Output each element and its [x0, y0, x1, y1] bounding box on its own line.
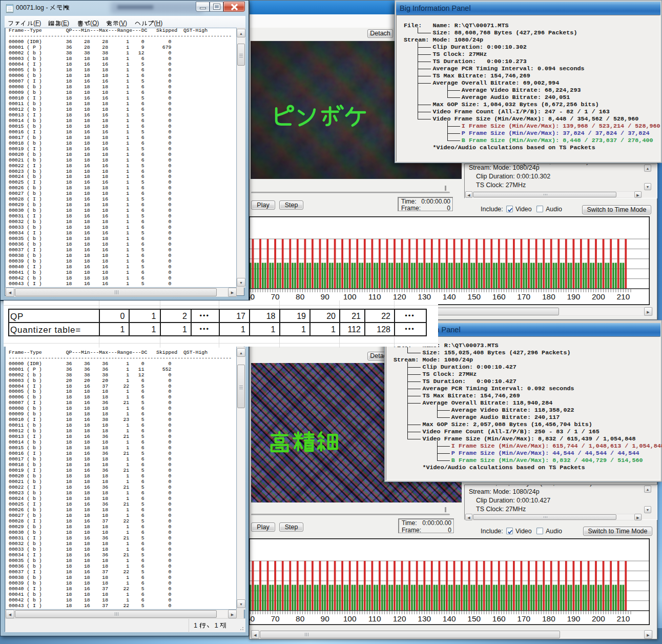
svg-text:190: 190: [567, 292, 580, 301]
svg-text:170: 170: [517, 292, 530, 301]
svg-text:70: 70: [271, 292, 280, 301]
svg-text:180: 180: [542, 614, 555, 623]
svg-text:90: 90: [321, 292, 330, 301]
svg-text:80: 80: [296, 614, 305, 623]
svg-text:60: 60: [249, 292, 255, 301]
svg-text:170: 170: [517, 614, 530, 623]
svg-text:160: 160: [492, 292, 506, 301]
svg-text:110: 110: [368, 614, 381, 623]
svg-text:130: 130: [418, 614, 431, 623]
svg-text:140: 140: [443, 292, 456, 301]
svg-text:80: 80: [296, 292, 305, 301]
svg-text:60: 60: [249, 614, 255, 623]
svg-text:120: 120: [393, 614, 406, 623]
svg-text:190: 190: [567, 614, 580, 623]
svg-text:200: 200: [592, 614, 605, 623]
svg-text:210: 210: [616, 292, 630, 301]
svg-text:160: 160: [492, 614, 506, 623]
svg-text:110: 110: [368, 292, 381, 301]
svg-text:140: 140: [443, 614, 456, 623]
svg-text:150: 150: [467, 614, 481, 623]
svg-text:100: 100: [343, 292, 357, 301]
svg-text:70: 70: [271, 614, 280, 623]
svg-text:100: 100: [343, 614, 357, 623]
svg-text:120: 120: [393, 292, 406, 301]
svg-text:90: 90: [321, 614, 330, 623]
svg-text:180: 180: [542, 292, 555, 301]
svg-text:210: 210: [616, 614, 630, 623]
svg-text:130: 130: [418, 292, 431, 301]
svg-text:150: 150: [467, 292, 481, 301]
svg-text:200: 200: [592, 292, 605, 301]
